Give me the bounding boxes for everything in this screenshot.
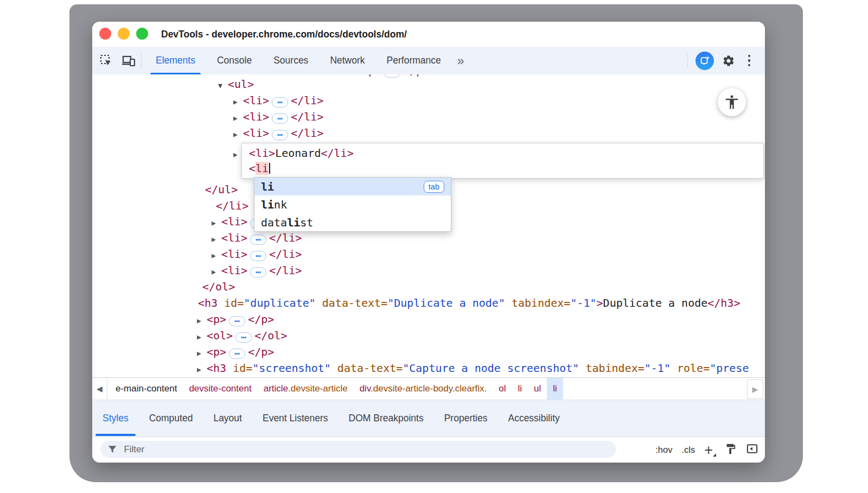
expand-arrow-icon[interactable]: ▶	[212, 248, 221, 263]
code-token-tag: <li>	[243, 94, 269, 107]
expand-arrow-icon[interactable]: ▶	[197, 346, 207, 361]
dom-tree-row[interactable]: ▶<p>…</p>	[197, 312, 274, 327]
dom-tree-row[interactable]: ▼<ul>	[218, 77, 254, 92]
ellipsis-pill[interactable]: …	[229, 316, 245, 326]
filter-input[interactable]	[123, 444, 608, 456]
code-token-tag: </li>	[269, 231, 302, 244]
code-token-val: "Capture a node screenshot"	[403, 362, 579, 375]
tab-styles[interactable]: Styles	[92, 400, 139, 437]
expand-arrow-icon[interactable]: ▶	[197, 362, 207, 377]
edit-line-1: <li>Leonard</li>	[249, 146, 763, 161]
tab-network[interactable]: Network	[319, 47, 375, 74]
breadcrumb-item-e-main-content[interactable]: e-main-content	[110, 378, 183, 400]
autocomplete-item-datalist[interactable]: datalist	[254, 213, 451, 231]
toggle-sidebar-icon	[746, 443, 758, 455]
new-style-rule-button[interactable]: +	[704, 445, 716, 456]
dom-tree-row[interactable]: ▶<p>…</p>	[197, 344, 274, 359]
dom-tree-row[interactable]: ▶<ol>…</ol>	[197, 328, 287, 343]
dom-tree-row[interactable]: <p>…</p>	[362, 74, 429, 78]
breadcrumb-item-li[interactable]: li	[512, 378, 528, 400]
breadcrumb-part-tag: li	[518, 383, 522, 394]
expand-arrow-icon[interactable]: ▶	[212, 232, 221, 247]
tab-properties[interactable]: Properties	[434, 400, 498, 437]
autocomplete-item-link[interactable]: link	[254, 195, 451, 213]
code-token-tag: <li>	[243, 127, 269, 140]
inspect-element-button[interactable]	[97, 52, 115, 70]
tab-layout[interactable]: Layout	[203, 400, 252, 437]
more-panels-button[interactable]: »	[452, 48, 470, 74]
expand-arrow-icon[interactable]: ▶	[212, 216, 221, 231]
filter-right-controls: :hov .cls +	[655, 437, 758, 463]
tab-event-listeners[interactable]: Event Listeners	[252, 400, 339, 437]
ellipsis-pill[interactable]: …	[272, 97, 288, 108]
node-edit-box[interactable]: <li>Leonard</li> <li	[241, 143, 764, 179]
ellipsis-pill[interactable]: …	[250, 267, 266, 277]
ellipsis-pill[interactable]: …	[272, 130, 288, 140]
code-token-text: Duplicate a node	[603, 296, 708, 309]
breadcrumb-scroll-right-button[interactable]: ▶	[747, 380, 763, 399]
ai-assistant-button[interactable]	[695, 52, 714, 70]
breadcrumb-item-div-devsite-article-body-clearfix[interactable]: div.devsite-article-body.clearfix.	[354, 378, 493, 400]
ellipsis-pill[interactable]: …	[235, 332, 252, 343]
code-token-tag: <li>	[243, 110, 269, 123]
dom-tree-row[interactable]: </li>	[216, 198, 248, 213]
class-toggle-button[interactable]: .cls	[681, 445, 695, 455]
expand-arrow-icon[interactable]: ▶	[233, 127, 243, 142]
tab-computed[interactable]: Computed	[139, 400, 203, 437]
autocomplete-item-label: datalist	[261, 216, 313, 229]
edit-line-2[interactable]: <li	[249, 161, 763, 176]
autocomplete-item-li[interactable]: litab	[254, 178, 451, 195]
ellipsis-pill[interactable]: …	[272, 113, 288, 124]
collapse-arrow-icon[interactable]: ▼	[218, 78, 228, 93]
filter-field[interactable]	[100, 441, 616, 458]
code-token-tag: <p>	[207, 313, 226, 326]
paint-format-button[interactable]	[725, 443, 737, 457]
dom-tree-row[interactable]: ▶<li>…</li>	[233, 93, 323, 108]
tab-dom-breakpoints[interactable]: DOM Breakpoints	[339, 400, 434, 437]
device-toolbar-button[interactable]	[119, 52, 138, 70]
tab-elements[interactable]: Elements	[145, 47, 206, 74]
ellipsis-pill[interactable]: …	[229, 349, 245, 359]
paint-format-icon	[725, 443, 737, 455]
dom-tree-row[interactable]: ▶<li>…</li>	[233, 125, 323, 141]
breadcrumb-item-ol[interactable]: ol	[493, 378, 512, 400]
tab-performance[interactable]: Performance	[376, 47, 452, 74]
toolbar-right-group	[684, 50, 765, 71]
expand-arrow-icon[interactable]: ▶	[233, 94, 243, 110]
breadcrumb-item-article-devsite-article[interactable]: article.devsite-article	[258, 378, 354, 400]
dom-tree-row[interactable]: </ol>	[202, 279, 235, 294]
breadcrumb-item-ul[interactable]: ul	[528, 378, 547, 400]
code-token-attr: id=	[218, 296, 244, 309]
toggle-sidebar-button[interactable]	[746, 443, 758, 457]
breadcrumb-scroll-left-button[interactable]: ◀	[92, 378, 107, 400]
traffic-light-minimize-button[interactable]	[118, 28, 130, 40]
code-token-val: "-1"	[644, 362, 671, 375]
dom-tree-row[interactable]: ▶<li>…</li>	[212, 263, 302, 278]
dom-tree-row[interactable]: <h3 id="duplicate" data-text="Duplicate …	[198, 295, 740, 311]
traffic-light-close-button[interactable]	[99, 28, 111, 40]
expand-arrow-icon[interactable]: ▶	[212, 264, 221, 280]
traffic-light-zoom-button[interactable]	[136, 28, 148, 40]
breadcrumb-item-li[interactable]: li	[547, 378, 563, 400]
expand-arrow-icon[interactable]: ▶	[197, 330, 207, 345]
tab-sources[interactable]: Sources	[263, 47, 319, 74]
dom-tree-row[interactable]: ▶<li>…</li>	[212, 230, 302, 245]
accessibility-widget-button[interactable]	[718, 88, 746, 116]
ellipsis-pill[interactable]: …	[250, 235, 266, 245]
ellipsis-pill[interactable]: …	[384, 74, 400, 78]
expand-arrow-icon[interactable]: ▶	[197, 313, 207, 328]
dom-tree-row[interactable]: ▶<li>…</li>	[212, 246, 302, 262]
settings-button[interactable]	[718, 50, 739, 71]
code-token-attr: tabindex=	[579, 362, 644, 375]
ellipsis-pill[interactable]: …	[250, 251, 266, 261]
expand-arrow-icon[interactable]: ▶	[233, 111, 243, 126]
tab-console[interactable]: Console	[206, 47, 263, 74]
dom-tree-row[interactable]: ▶<h3 id="screenshot" data-text="Capture …	[197, 361, 749, 376]
breadcrumb-item-devsite-content[interactable]: devsite-content	[183, 378, 257, 400]
pseudo-state-button[interactable]: :hov	[655, 445, 672, 455]
code-token-tag: </ol>	[254, 329, 287, 342]
dom-tree-row[interactable]: </ul>	[205, 182, 238, 197]
dom-tree-row[interactable]: ▶<li>…</li>	[233, 109, 323, 124]
more-options-button[interactable]	[739, 50, 760, 71]
tab-accessibility[interactable]: Accessibility	[497, 400, 570, 437]
